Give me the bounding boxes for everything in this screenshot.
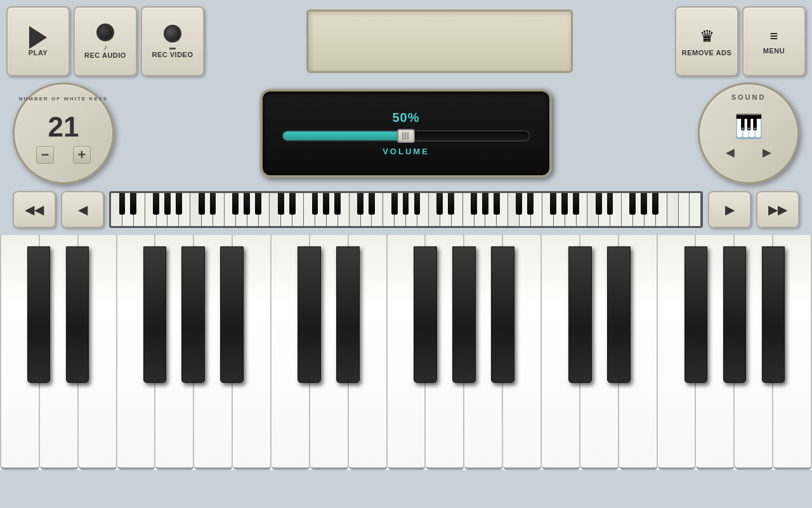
black-key-8[interactable] [336, 246, 360, 383]
black-key-10[interactable] [414, 246, 437, 383]
remove-ads-button[interactable]: ♛ REMOVE ADS [675, 6, 738, 76]
white-keys-minus-button[interactable]: − [36, 146, 54, 164]
forward-button[interactable]: ▶ [708, 191, 751, 228]
music-note-icon: ♪ [103, 43, 107, 51]
dial-outer: NUMBER OF WHITE KEYS 21 − + [13, 83, 114, 184]
black-key-19[interactable] [762, 246, 785, 383]
volume-percent: 50% [392, 110, 419, 125]
black-key-14[interactable] [568, 246, 592, 383]
display-screen [306, 10, 573, 73]
rec-audio-dot-icon [96, 23, 114, 41]
remove-ads-label: REMOVE ADS [682, 49, 732, 57]
volume-panel: 50% VOLUME [260, 89, 552, 178]
sound-prev-button[interactable]: ◀ [721, 145, 739, 160]
volume-slider-thumb[interactable] [397, 129, 415, 143]
rec-video-button[interactable]: ▬ REC VIDEO [141, 6, 204, 76]
black-key-15[interactable] [607, 246, 631, 383]
volume-container: 50% VOLUME [114, 89, 698, 178]
white-keys-value: 21 [48, 113, 79, 141]
volume-label: VOLUME [383, 147, 429, 156]
volume-slider-track[interactable] [282, 130, 530, 142]
forward-fast-icon: ▶▶ [768, 202, 787, 217]
black-key-11[interactable] [452, 246, 476, 383]
volume-slider-fill [283, 131, 406, 140]
rewind-fast-button[interactable]: ◀◀ [13, 191, 56, 228]
white-keys-label: NUMBER OF WHITE KEYS [15, 96, 112, 102]
rec-audio-button[interactable]: ♪ REC AUDIO [74, 6, 137, 76]
rec-audio-icon-group: ♪ [96, 23, 114, 51]
rec-audio-label: REC AUDIO [84, 51, 126, 59]
piano-sound-icon: 🎹 [735, 113, 763, 140]
black-key-7[interactable] [298, 246, 321, 383]
dial-controls: − + [36, 146, 91, 164]
top-center-display [204, 10, 675, 73]
play-label: PLAY [29, 49, 48, 57]
top-left-controls: PLAY ♪ REC AUDIO ▬ REC VIDEO [6, 6, 204, 76]
sound-label: SOUND [731, 93, 766, 101]
black-key-17[interactable] [684, 246, 708, 383]
rewind-icon: ◀ [78, 202, 88, 217]
sound-arrows: ◀ ▶ [721, 145, 776, 160]
menu-button[interactable]: ≡ MENU [742, 6, 806, 76]
video-icon: ▬ [169, 44, 176, 51]
black-key-5[interactable] [220, 246, 244, 383]
black-key-0[interactable] [27, 246, 51, 383]
forward-icon: ▶ [725, 202, 735, 217]
mid-bar: NUMBER OF WHITE KEYS 21 − + 50% VOLUME S… [0, 83, 812, 184]
top-right-controls: ♛ REMOVE ADS ≡ MENU [675, 6, 806, 76]
piano-container [0, 235, 812, 470]
white-keys-plus-button[interactable]: + [73, 146, 91, 164]
menu-label: MENU [763, 47, 785, 55]
black-key-3[interactable] [143, 246, 167, 383]
top-bar: PLAY ♪ REC AUDIO ▬ REC VIDEO ♛ REMOVE AD… [0, 0, 812, 83]
black-key-12[interactable] [491, 246, 514, 383]
white-keys-dial: NUMBER OF WHITE KEYS 21 − + [13, 83, 114, 184]
mini-keyboard [109, 191, 703, 228]
crown-icon: ♛ [700, 27, 714, 46]
play-button[interactable]: PLAY [6, 6, 70, 76]
nav-bar: ◀◀ ◀ ▶ ▶▶ [0, 184, 812, 235]
rec-video-label: REC VIDEO [152, 51, 193, 58]
rec-video-icon-group: ▬ [164, 25, 181, 51]
sound-dial: SOUND 🎹 ◀ ▶ [698, 83, 799, 184]
hamburger-icon: ≡ [770, 28, 778, 44]
rec-video-dot-icon [164, 25, 181, 43]
rewind-fast-icon: ◀◀ [25, 202, 44, 217]
sound-next-button[interactable]: ▶ [758, 145, 776, 160]
black-key-18[interactable] [723, 246, 747, 383]
black-key-1[interactable] [66, 246, 89, 383]
piano-wrapper [0, 235, 812, 470]
sound-dial-outer: SOUND 🎹 ◀ ▶ [698, 83, 799, 184]
forward-fast-button[interactable]: ▶▶ [756, 191, 799, 228]
play-icon [29, 26, 47, 49]
black-key-4[interactable] [181, 246, 205, 383]
rewind-button[interactable]: ◀ [61, 191, 104, 228]
